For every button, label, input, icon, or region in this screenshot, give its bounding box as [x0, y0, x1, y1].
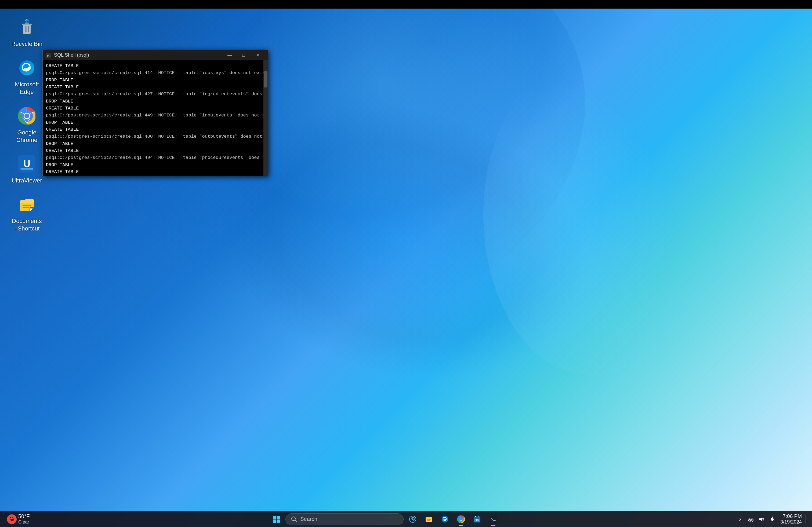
- search-placeholder: Search: [300, 516, 317, 522]
- search-icon: [291, 516, 297, 522]
- documents-shortcut-label: Documents - Shortcut: [11, 217, 43, 232]
- svg-point-10: [25, 114, 29, 118]
- recycle-bin-label: Recycle Bin: [11, 40, 42, 48]
- svg-rect-43: [478, 516, 479, 517]
- terminal-line: psql:C:/postgres-scripts/create.sql:494:…: [46, 154, 264, 161]
- svg-point-50: [772, 516, 772, 517]
- clock-time: 7:06 PM: [783, 513, 802, 519]
- window-title: SQL Shell (psql): [54, 52, 222, 58]
- chrome-icon: [16, 105, 38, 127]
- svg-rect-41: [474, 516, 480, 519]
- weather-icon: 🌤: [7, 514, 17, 524]
- desktop-icon-recycle-bin[interactable]: Recycle Bin: [5, 13, 48, 51]
- terminal-line: DROP TABLE: [46, 77, 264, 84]
- svg-text:19: 19: [476, 519, 479, 522]
- minimize-button[interactable]: —: [222, 50, 236, 60]
- svg-rect-27: [273, 520, 276, 523]
- terminal-output[interactable]: CREATE TABLEpsql:C:/postgres-scripts/cre…: [43, 60, 268, 176]
- terminal-line: psql:C:/postgres-scripts/create.sql:414:…: [46, 70, 264, 76]
- chrome-label: Google Chrome: [11, 129, 43, 144]
- svg-rect-28: [277, 520, 280, 523]
- svg-point-6: [19, 60, 34, 75]
- notifications-icon[interactable]: [767, 514, 777, 524]
- terminal-line: CREATE TABLE: [46, 126, 264, 133]
- terminal-line: DROP TABLE: [46, 140, 264, 147]
- ultraviewer-label: UltraViewer: [12, 177, 42, 185]
- tray-overflow-button[interactable]: [735, 514, 745, 524]
- ultraviewer-icon: U: [16, 153, 38, 175]
- svg-rect-21: [23, 207, 29, 208]
- svg-point-36: [442, 516, 448, 523]
- svg-text:U: U: [23, 158, 30, 169]
- terminal-line: CREATE TABLE: [46, 168, 264, 176]
- close-button[interactable]: ✕: [250, 50, 264, 60]
- clock-area[interactable]: 7:06 PM 3/19/2024: [778, 512, 804, 526]
- taskbar-app-edge[interactable]: [438, 512, 452, 526]
- terminal-line: CREATE TABLE: [46, 84, 264, 91]
- terminal-line: DROP TABLE: [46, 119, 264, 126]
- clock-date: 3/19/2024: [780, 519, 802, 525]
- sql-shell-titlebar-icon: pg: [46, 52, 51, 58]
- start-button[interactable]: [269, 512, 283, 526]
- maximize-button[interactable]: □: [236, 50, 250, 60]
- taskbar-app-calendar[interactable]: 19: [470, 512, 484, 526]
- svg-line-30: [295, 520, 296, 522]
- svg-rect-34: [427, 519, 431, 520]
- svg-rect-35: [427, 520, 430, 521]
- desktop-icon-google-chrome[interactable]: Google Chrome: [5, 102, 48, 147]
- window-controls: — □ ✕: [222, 50, 264, 60]
- terminal-line: CREATE TABLE: [46, 147, 264, 154]
- search-bar[interactable]: Search: [286, 513, 404, 525]
- terminal-line: DROP TABLE: [46, 98, 264, 105]
- terminal-line: CREATE TABLE: [46, 105, 264, 112]
- desktop-icon-ultraviewer[interactable]: U UltraViewer: [5, 150, 48, 188]
- svg-rect-19: [20, 168, 33, 169]
- desktop-icon-documents-shortcut[interactable]: Documents - Shortcut: [5, 191, 48, 236]
- scrollbar-thumb: [264, 71, 267, 88]
- svg-rect-26: [277, 516, 280, 519]
- taskbar-left: 🌤 50°F Clear: [0, 512, 34, 526]
- sound-icon[interactable]: [757, 514, 766, 524]
- sql-shell-window: pg SQL Shell (psql) — □ ✕ CREATE TABLEps…: [42, 50, 268, 176]
- taskbar-app-terminal[interactable]: [486, 512, 500, 526]
- windows-logo-icon: [273, 515, 280, 523]
- window-titlebar: pg SQL Shell (psql) — □ ✕: [43, 50, 268, 60]
- recycle-bin-icon: [16, 17, 38, 38]
- terminal-line: DROP TABLE: [46, 162, 264, 168]
- network-icon[interactable]: [746, 514, 756, 524]
- weather-widget[interactable]: 🌤 50°F Clear: [4, 512, 32, 526]
- documents-shortcut-icon: [16, 194, 38, 215]
- taskbar-right: 7:06 PM 3/19/2024: [735, 512, 812, 526]
- svg-marker-48: [759, 517, 762, 521]
- svg-point-47: [750, 521, 751, 522]
- desktop-icon-microsoft-edge[interactable]: Microsoft Edge: [5, 54, 48, 99]
- top-bar: [0, 0, 812, 9]
- svg-rect-42: [475, 516, 476, 517]
- scrollbar[interactable]: [263, 60, 268, 176]
- taskbar-app-copilot[interactable]: [406, 512, 420, 526]
- svg-text:pg: pg: [47, 54, 50, 57]
- svg-rect-45: [490, 516, 497, 523]
- terminal-line: psql:C:/postgres-scripts/create.sql:480:…: [46, 133, 264, 140]
- edge-label: Microsoft Edge: [11, 81, 43, 96]
- taskbar-center: Search: [34, 512, 735, 526]
- edge-icon: [16, 57, 38, 79]
- taskbar: 🌤 50°F Clear Sea: [0, 511, 812, 527]
- svg-point-32: [412, 518, 414, 520]
- taskbar-app-chrome[interactable]: [454, 512, 468, 526]
- terminal-line: CREATE TABLE: [46, 62, 264, 70]
- weather-temp: 50°F: [18, 513, 30, 520]
- svg-rect-49: [771, 520, 773, 521]
- show-desktop-button[interactable]: [806, 514, 808, 525]
- svg-rect-20: [23, 205, 31, 206]
- svg-rect-25: [273, 516, 276, 519]
- terminal-line: psql:C:/postgres-scripts/create.sql:449:…: [46, 112, 264, 119]
- svg-point-39: [460, 518, 462, 520]
- weather-desc: Clear: [18, 520, 30, 525]
- terminal-line: psql:C:/postgres-scripts/create.sql:427:…: [46, 91, 264, 98]
- taskbar-app-file-explorer[interactable]: [422, 512, 436, 526]
